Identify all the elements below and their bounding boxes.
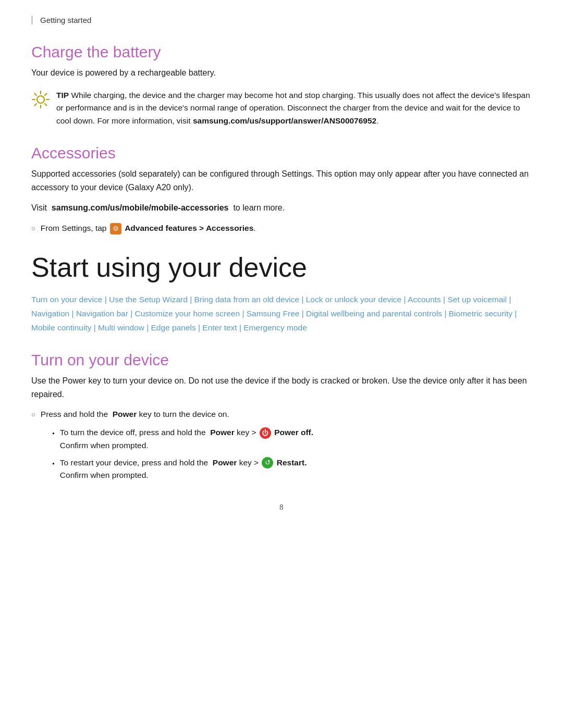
svg-line-5 xyxy=(35,93,37,95)
circle-icon-2: ○ xyxy=(31,410,35,421)
accessories-body: Supported accessories (sold separately) … xyxy=(31,167,532,194)
turn-on-bullet1-suffix: key to turn the device on. xyxy=(139,410,229,418)
tip-label: TIP xyxy=(56,91,69,100)
link-setup-wizard[interactable]: Use the Setup Wizard xyxy=(109,295,188,304)
sub1-text: To turn the device off, press and hold t… xyxy=(60,426,313,452)
turn-on-sub2: ● To restart your device, press and hold… xyxy=(52,456,532,483)
turn-on-bullet1-text: Press and hold the Power key to turn the… xyxy=(41,408,229,421)
link-turn-on[interactable]: Turn on your device xyxy=(31,295,102,304)
turn-on-title: Turn on your device xyxy=(31,351,532,369)
start-using-section: Start using your device Turn on your dev… xyxy=(31,252,532,335)
accessories-bullet: ○ From Settings, tap ⚙ Advanced features… xyxy=(31,222,532,235)
page-header: Getting started xyxy=(31,16,532,24)
link-multi-window[interactable]: Multi window xyxy=(98,323,144,332)
link-voicemail[interactable]: Set up voicemail xyxy=(447,295,507,304)
link-accounts[interactable]: Accounts xyxy=(408,295,441,304)
link-biometric[interactable]: Biometric security xyxy=(449,309,512,318)
turn-on-body: Use the Power key to turn your device on… xyxy=(31,374,532,401)
turn-on-bullet1-prefix: Press and hold the xyxy=(41,410,108,418)
tip-text: TIP While charging, the device and the c… xyxy=(56,89,532,128)
link-samsung-free[interactable]: Samsung Free xyxy=(247,309,300,318)
accessories-visit-suffix: to learn more. xyxy=(233,203,285,212)
turn-on-bullet1: ○ Press and hold the Power key to turn t… xyxy=(31,408,532,421)
restart-icon: ↺ xyxy=(262,457,273,468)
link-bring-data[interactable]: Bring data from an old device xyxy=(194,295,299,304)
sub-bullet-dot-1: ● xyxy=(52,430,55,437)
accessories-bullet-prefix: From Settings, tap xyxy=(41,224,107,232)
link-emergency[interactable]: Emergency mode xyxy=(243,323,307,332)
charge-battery-title: Charge the battery xyxy=(31,43,532,61)
sub2-suffix: Confirm when prompted. xyxy=(60,471,149,479)
sub2-restart-bold: Restart. xyxy=(277,458,307,467)
link-digital-wellbeing[interactable]: Digital wellbeing and parental controls xyxy=(306,309,442,318)
accessories-title: Accessories xyxy=(31,144,532,162)
accessories-section: Accessories Supported accessories (sold … xyxy=(31,144,532,235)
tip-box: TIP While charging, the device and the c… xyxy=(31,89,532,128)
link-home-screen[interactable]: Customize your home screen xyxy=(134,309,240,318)
accessories-bullet-text: From Settings, tap ⚙ Advanced features >… xyxy=(41,222,256,235)
turn-on-sub1: ● To turn the device off, press and hold… xyxy=(52,426,532,452)
tip-link[interactable]: samsung.com/us/support/answer/ANS0007695… xyxy=(193,116,376,125)
charge-battery-section: Charge the battery Your device is powere… xyxy=(31,43,532,128)
svg-point-0 xyxy=(37,96,44,103)
sub2-prefix: To restart your device, press and hold t… xyxy=(60,458,208,467)
svg-line-8 xyxy=(35,104,37,106)
sub2-text: To restart your device, press and hold t… xyxy=(60,456,307,483)
accessories-visit-prefix: Visit xyxy=(31,203,47,212)
sub2-power-bold: Power xyxy=(213,458,237,467)
sub1-poweroff-bold: Power off. xyxy=(274,428,313,437)
start-using-links: Turn on your device | Use the Setup Wiza… xyxy=(31,292,532,335)
charge-battery-body: Your device is powered by a rechargeable… xyxy=(31,66,532,80)
circle-icon: ○ xyxy=(31,224,35,235)
link-lock-unlock[interactable]: Lock or unlock your device xyxy=(306,295,402,304)
link-navigation[interactable]: Navigation xyxy=(31,309,69,318)
sub1-suffix: Confirm when prompted. xyxy=(60,441,149,450)
turn-on-section: Turn on your device Use the Power key to… xyxy=(31,351,532,482)
link-edge-panels[interactable]: Edge panels xyxy=(151,323,195,332)
sub-bullet-dot-2: ● xyxy=(52,461,55,467)
accessories-link[interactable]: samsung.com/us/mobile/mobile-accessories xyxy=(52,203,229,212)
svg-line-7 xyxy=(45,93,47,95)
page-number: 8 xyxy=(31,503,532,511)
tip-icon xyxy=(31,90,50,109)
accessories-visit: Visit samsung.com/us/mobile/mobile-acces… xyxy=(31,201,532,215)
header-label: Getting started xyxy=(40,16,91,24)
start-using-title: Start using your device xyxy=(31,252,532,283)
svg-line-6 xyxy=(45,104,47,106)
tip-link-suffix: . xyxy=(376,116,378,125)
turn-on-power-bold: Power xyxy=(113,410,137,418)
link-enter-text[interactable]: Enter text xyxy=(202,323,237,332)
settings-icon: ⚙ xyxy=(110,223,121,235)
sub1-power-bold: Power xyxy=(210,428,235,437)
accessories-bullet-suffix: . xyxy=(253,224,255,232)
sub2-mid: key > xyxy=(239,458,259,467)
sub1-prefix: To turn the device off, press and hold t… xyxy=(60,428,206,437)
link-navigation-bar[interactable]: Navigation bar xyxy=(76,309,128,318)
accessories-bullet-bold: Advanced features > Accessories xyxy=(125,224,253,232)
link-mobile-continuity[interactable]: Mobile continuity xyxy=(31,323,91,332)
sub1-mid: key > xyxy=(237,428,256,437)
power-off-icon: ⏻ xyxy=(260,427,271,439)
